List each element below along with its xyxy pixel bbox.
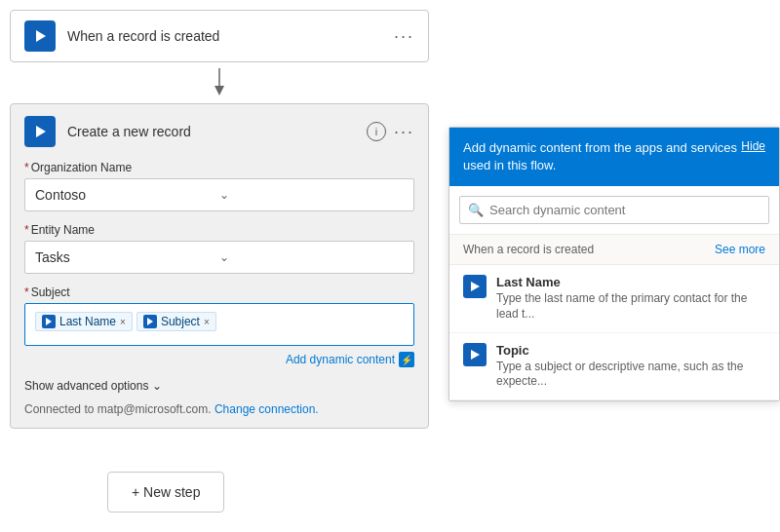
show-advanced-button[interactable]: Show advanced options ⌄ [24, 379, 414, 393]
dynamic-section-header: When a record is created See more [449, 235, 779, 265]
action-info-button[interactable]: i [367, 122, 386, 141]
search-box: 🔍 [459, 196, 769, 224]
entity-name-select[interactable]: Tasks ⌄ [24, 241, 414, 274]
token-subject-icon [143, 315, 157, 328]
entity-required-indicator: * [24, 223, 29, 237]
dynamic-search-area: 🔍 [449, 186, 779, 235]
new-step-label: + New step [132, 484, 200, 500]
trigger-more-button[interactable]: ··· [394, 27, 414, 45]
dynamic-item-lastname-content: Last Name Type the last name of the prim… [496, 275, 765, 322]
entity-name-chevron-icon: ⌄ [219, 250, 404, 264]
connection-text: Connected to matp@microsoft.com. [24, 402, 212, 416]
show-advanced-label: Show advanced options [24, 379, 148, 393]
dynamic-panel-title: Add dynamic content from the apps and se… [463, 139, 741, 174]
svg-marker-5 [147, 318, 153, 325]
org-name-select[interactable]: Contoso ⌄ [24, 178, 414, 211]
new-step-button[interactable]: + New step [107, 472, 224, 513]
org-name-chevron-icon: ⌄ [219, 188, 404, 202]
dynamic-content-panel: Add dynamic content from the apps and se… [448, 127, 780, 401]
token-lastname-label: Last Name [59, 315, 116, 328]
action-more-button[interactable]: ··· [394, 123, 414, 140]
dynamic-panel-header: Add dynamic content from the apps and se… [449, 128, 779, 186]
main-canvas: When a record is created ··· Create a ne… [0, 0, 780, 532]
see-more-link[interactable]: See more [715, 243, 765, 256]
token-subject: Subject × [136, 312, 216, 331]
dynamic-section-title: When a record is created [463, 243, 594, 256]
action-block: Create a new record i ··· *Organization … [10, 103, 429, 429]
change-connection-link[interactable]: Change connection. [214, 402, 319, 416]
action-icon [24, 116, 56, 147]
svg-marker-7 [471, 350, 480, 360]
org-name-label: *Organization Name [24, 161, 414, 174]
token-subject-remove[interactable]: × [204, 317, 210, 327]
token-container: Last Name × Subject × [35, 312, 404, 331]
dynamic-item-topic-name: Topic [496, 343, 765, 358]
token-lastname-remove[interactable]: × [120, 317, 126, 327]
org-required-indicator: * [24, 161, 29, 174]
dynamic-item-lastname[interactable]: Last Name Type the last name of the prim… [449, 265, 779, 332]
svg-marker-6 [471, 282, 480, 291]
entity-name-field-group: *Entity Name Tasks ⌄ [24, 223, 414, 274]
svg-marker-3 [36, 126, 46, 137]
dynamic-item-topic-desc: Type a subject or descriptive name, such… [496, 360, 765, 390]
add-dynamic-icon: ⚡ [399, 352, 414, 367]
subject-field-group: *Subject Last Name × [24, 285, 414, 367]
entity-name-value: Tasks [35, 249, 219, 265]
dynamic-item-lastname-desc: Type the last name of the primary contac… [496, 291, 765, 322]
action-title: Create a new record [67, 124, 367, 139]
trigger-title: When a record is created [67, 28, 394, 44]
hide-panel-button[interactable]: Hide [741, 139, 765, 153]
subject-input[interactable]: Last Name × Subject × [24, 303, 414, 346]
dynamic-item-lastname-name: Last Name [496, 275, 765, 289]
token-subject-label: Subject [161, 315, 200, 328]
action-header: Create a new record i ··· [24, 116, 414, 147]
search-input[interactable] [489, 203, 760, 217]
add-dynamic-label: Add dynamic content [286, 353, 395, 366]
dynamic-item-topic[interactable]: Topic Type a subject or descriptive name… [449, 333, 779, 400]
connection-info: Connected to matp@microsoft.com. Change … [24, 402, 414, 416]
token-lastname: Last Name × [35, 312, 133, 331]
svg-marker-2 [214, 86, 224, 95]
dynamic-item-topic-content: Topic Type a subject or descriptive name… [496, 343, 765, 390]
org-name-field-group: *Organization Name Contoso ⌄ [24, 161, 414, 211]
dynamic-item-lastname-icon [463, 275, 487, 298]
flow-area: When a record is created ··· Create a ne… [10, 10, 429, 429]
token-lastname-icon [42, 315, 56, 328]
search-icon: 🔍 [468, 203, 484, 217]
show-advanced-chevron-icon: ⌄ [152, 379, 162, 393]
trigger-icon [24, 20, 56, 52]
dynamic-item-topic-icon [463, 343, 487, 366]
subject-required-indicator: * [24, 285, 29, 299]
entity-name-label: *Entity Name [24, 223, 414, 237]
trigger-block: When a record is created ··· [10, 10, 429, 62]
add-dynamic-content-link[interactable]: Add dynamic content ⚡ [286, 352, 414, 367]
subject-label: *Subject [24, 285, 414, 299]
svg-marker-0 [36, 30, 46, 42]
svg-marker-4 [46, 318, 52, 325]
org-name-value: Contoso [35, 187, 219, 203]
arrow-connector [10, 68, 429, 97]
